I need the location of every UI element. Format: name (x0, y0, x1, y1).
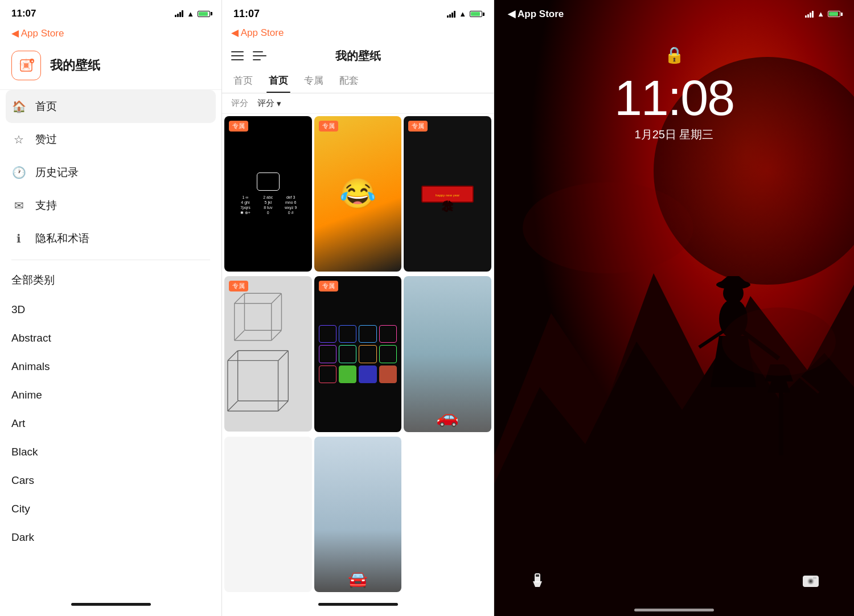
nav-divider (11, 260, 210, 260)
tab-matching[interactable]: 配套 (337, 69, 361, 93)
clock-icon: 🕐 (11, 165, 26, 180)
category-dark[interactable]: Dark (0, 523, 221, 552)
nav-item-home[interactable]: 🏠 首页 (6, 90, 216, 123)
left-status-bar: 11:07 ▲ (0, 0, 221, 24)
wifi-icon: ▲ (187, 10, 194, 18)
info-icon: ℹ (11, 231, 26, 246)
signal-icon (175, 10, 183, 17)
hamburger-icons (231, 48, 269, 64)
category-list: 全部类别 3D Abstract Animals Anime Art Black… (0, 265, 221, 597)
filter-dropdown[interactable]: 评分 ▾ (257, 98, 281, 109)
hamburger-menu2[interactable] (253, 48, 269, 64)
category-all[interactable]: 全部类别 (0, 265, 221, 295)
tab-home2[interactable]: 首页 (266, 69, 290, 93)
lock-signal-icon (805, 11, 814, 18)
lock-status-bar: ◀ App Store ▲ (494, 0, 854, 24)
wallpaper-item-2[interactable]: 专属 😂 (314, 116, 402, 272)
middle-status-bar: 11:07 ▲ (222, 0, 494, 24)
wallpaper-item-6[interactable]: 🚗 (404, 276, 491, 432)
hamburger-menu1[interactable] (231, 48, 247, 64)
filter-label: 评分 (231, 98, 248, 109)
category-animals[interactable]: Animals (0, 352, 221, 381)
nav-item-support[interactable]: ✉ 支持 (0, 189, 221, 222)
wallpaper-item-8[interactable]: 🚘 (314, 437, 402, 592)
middle-home-indicator (222, 597, 494, 616)
svg-text:✦: ✦ (31, 60, 34, 63)
mail-icon: ✉ (11, 198, 26, 213)
lock-background: ◀ App Store ▲ 🔒 11:08 1月25日 星期三 (494, 0, 854, 616)
lock-battery-icon (828, 11, 840, 17)
svg-rect-43 (536, 574, 539, 577)
home-icon: 🏠 (11, 99, 26, 114)
battery-icon (198, 11, 210, 17)
lock-wifi-icon: ▲ (817, 10, 824, 18)
svg-line-16 (228, 351, 238, 361)
exclusive-badge-5: 专属 (319, 281, 338, 291)
category-city[interactable]: City (0, 495, 221, 523)
middle-header: 我的壁纸 (222, 43, 494, 69)
middle-battery-icon (470, 11, 482, 17)
svg-line-17 (278, 351, 289, 361)
svg-line-8 (272, 294, 282, 304)
exclusive-badge-2: 专属 (319, 121, 338, 132)
flashlight-icon (528, 571, 547, 589)
svg-line-19 (228, 401, 238, 412)
svg-rect-48 (813, 577, 816, 579)
wallpaper-item-5[interactable]: 专属 (314, 276, 402, 432)
category-black[interactable]: Black (0, 438, 221, 466)
chevron-down-icon: ▾ (277, 98, 281, 109)
wallpaper-item-1[interactable]: 专属 1 ∞2 abcdef 3 4 ghi5 jklmno 6 7pqrs8 … (224, 116, 312, 272)
lock-date: 1月25日 星期三 (635, 127, 714, 142)
app-icon: ✦ (11, 51, 41, 80)
camera-button[interactable] (802, 571, 820, 593)
svg-point-47 (810, 580, 812, 582)
left-app-store-back[interactable]: ◀ App Store (0, 24, 221, 45)
category-art[interactable]: Art (0, 409, 221, 438)
app-logo-icon: ✦ (16, 55, 36, 76)
lock-time: 11:08 (614, 69, 734, 127)
exclusive-badge-4: 专属 (229, 281, 248, 291)
category-cars[interactable]: Cars (0, 466, 221, 495)
lock-bottom-controls (494, 571, 854, 593)
wallpaper-item-3[interactable]: 专属 恭发 happy new year (404, 116, 491, 272)
filter-row: 评分 评分 ▾ (222, 93, 494, 114)
app-title: 我的壁纸 (50, 57, 100, 74)
left-status-icons: ▲ (175, 10, 210, 18)
svg-line-18 (278, 401, 289, 412)
home-indicator-left (0, 597, 221, 616)
lock-status-icons: ▲ (805, 10, 840, 18)
nav-item-liked[interactable]: ☆ 赞过 (0, 123, 221, 156)
nav-item-privacy[interactable]: ℹ 隐私和术语 (0, 222, 221, 255)
svg-rect-3 (24, 63, 28, 68)
left-panel: 11:07 ▲ ◀ App Store ✦ (0, 0, 222, 616)
home-bar (71, 603, 151, 606)
middle-time: 11:07 (233, 8, 260, 20)
wallpaper-grid: 专属 1 ∞2 abcdef 3 4 ghi5 jklmno 6 7pqrs8 … (222, 114, 494, 597)
middle-app-store-back[interactable]: ◀ App Store (222, 24, 494, 43)
svg-line-10 (235, 331, 245, 341)
lock-back-label[interactable]: ◀ App Store (508, 8, 564, 20)
middle-home-bar (318, 603, 398, 606)
svg-line-7 (235, 294, 245, 304)
camera-icon (802, 571, 820, 589)
svg-line-9 (272, 331, 282, 341)
category-anime[interactable]: Anime (0, 381, 221, 409)
middle-wifi-icon: ▲ (459, 10, 466, 18)
category-abstract[interactable]: Abstract (0, 324, 221, 352)
lock-home-indicator (634, 609, 714, 611)
middle-title: 我的壁纸 (335, 48, 381, 64)
tab-home1[interactable]: 首页 (231, 69, 255, 93)
middle-status-icons: ▲ (447, 10, 482, 18)
svg-marker-42 (533, 581, 542, 587)
flashlight-button[interactable] (528, 571, 547, 593)
right-panel: ◀ App Store ▲ 🔒 11:08 1月25日 星期三 (494, 0, 854, 616)
wallpaper-item-7[interactable] (224, 437, 312, 592)
lock-content: 🔒 11:08 1月25日 星期三 (494, 0, 854, 616)
wallpaper-item-4[interactable]: 专属 (224, 276, 312, 432)
tab-row: 首页 首页 专属 配套 (222, 69, 494, 93)
category-3d[interactable]: 3D (0, 295, 221, 324)
tab-exclusive[interactable]: 专属 (302, 69, 326, 93)
app-header: ✦ 我的壁纸 (0, 45, 221, 90)
star-icon: ☆ (11, 132, 26, 147)
nav-item-history[interactable]: 🕐 历史记录 (0, 156, 221, 189)
